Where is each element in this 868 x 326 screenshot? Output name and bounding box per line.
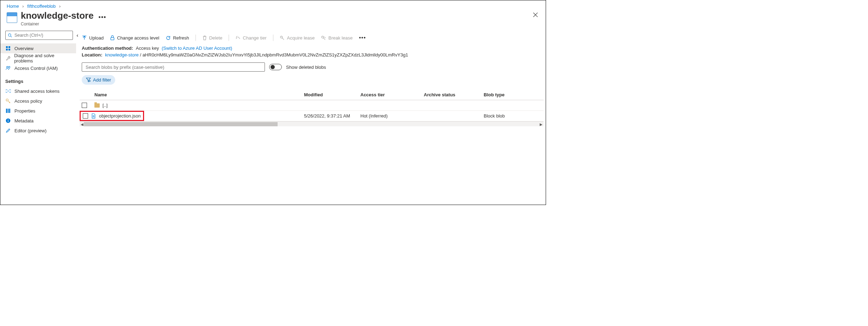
svg-rect-3 xyxy=(8,46,10,48)
cmd-label: Acquire lease xyxy=(287,35,315,41)
svg-rect-2 xyxy=(6,46,8,48)
col-archive-status[interactable]: Archive status xyxy=(424,92,484,97)
breadcrumb-home[interactable]: Home xyxy=(7,4,19,9)
blob-prefix-search-input[interactable] xyxy=(85,64,262,70)
row-checkbox[interactable] xyxy=(83,113,88,119)
svg-point-8 xyxy=(6,99,8,101)
cmd-label: Change tier xyxy=(243,35,266,41)
sidebar-item-label: Editor (preview) xyxy=(14,128,46,133)
svg-rect-5 xyxy=(8,49,10,50)
show-deleted-label: Show deleted blobs xyxy=(286,65,326,70)
header-more-menu[interactable]: ••• xyxy=(99,14,106,21)
sidebar-item-access-policy[interactable]: Access policy xyxy=(0,96,76,106)
col-name[interactable]: Name xyxy=(94,92,304,97)
sidebar-item-metadata[interactable]: Metadata xyxy=(0,116,76,126)
lease-icon xyxy=(280,35,285,40)
upload-icon xyxy=(82,35,87,41)
commandbar-more-button[interactable]: ••• xyxy=(359,35,366,41)
separator xyxy=(229,35,229,41)
upload-button[interactable]: Upload xyxy=(82,35,104,41)
file-icon xyxy=(91,113,96,119)
table-row-parent-dir[interactable]: [..] xyxy=(80,100,544,111)
change-tier-button: Change tier xyxy=(235,35,266,41)
auth-value: Access key xyxy=(135,46,159,51)
overview-icon xyxy=(5,46,11,51)
properties-icon xyxy=(5,108,11,113)
location-label: Location: xyxy=(82,52,103,58)
svg-rect-11 xyxy=(9,109,10,113)
tier-icon xyxy=(235,35,241,40)
breadcrumb: Home › fifthcoffeeblob › xyxy=(0,0,546,10)
blob-name[interactable]: objectprojection.json xyxy=(99,113,141,119)
cmd-label: Refresh xyxy=(173,35,189,41)
refresh-icon xyxy=(166,35,171,41)
row-checkbox[interactable] xyxy=(82,103,87,108)
sidebar-search[interactable] xyxy=(5,31,73,40)
breadcrumb-sep: › xyxy=(57,4,63,9)
separator xyxy=(196,35,196,41)
sidebar-item-label: Overview xyxy=(14,46,33,51)
link-icon xyxy=(5,89,11,93)
sidebar-item-diagnose[interactable]: Diagnose and solve problems xyxy=(0,53,76,63)
cmd-label: Upload xyxy=(89,35,104,41)
break-lease-icon xyxy=(321,35,326,40)
svg-point-7 xyxy=(8,66,10,68)
sidebar-item-shared-access-tokens[interactable]: Shared access tokens xyxy=(0,86,76,96)
sidebar-item-label: Diagnose and solve problems xyxy=(14,53,71,64)
sidebar-item-editor[interactable]: Editor (preview) xyxy=(0,126,76,135)
sidebar-item-overview[interactable]: Overview xyxy=(0,43,76,53)
svg-rect-13 xyxy=(8,120,8,122)
acquire-lease-button: Acquire lease xyxy=(280,35,315,41)
auth-label: Authentication method: xyxy=(82,46,133,51)
sidebar-search-input[interactable] xyxy=(12,32,70,38)
sidebar-item-label: Shared access tokens xyxy=(14,89,60,94)
delete-button: Delete xyxy=(202,35,223,41)
cmd-label: Change access level xyxy=(117,35,159,41)
change-access-level-button[interactable]: Change access level xyxy=(110,35,159,41)
sidebar-item-iam[interactable]: Access Control (IAM) xyxy=(0,63,76,73)
sidebar-heading-settings: Settings xyxy=(0,73,76,86)
scrollbar-thumb[interactable] xyxy=(84,122,278,126)
lock-icon xyxy=(110,35,115,41)
blob-prefix-search[interactable] xyxy=(82,62,265,72)
filter-icon xyxy=(86,78,91,82)
horizontal-scrollbar[interactable]: ◀ ▶ xyxy=(80,121,544,126)
table-row[interactable]: objectprojection.json 5/26/2022, 9:37:21… xyxy=(80,111,544,121)
svg-rect-4 xyxy=(6,49,8,50)
svg-point-0 xyxy=(8,34,11,36)
sidebar-item-label: Metadata xyxy=(14,118,33,123)
sidebar-item-label: Properties xyxy=(14,108,35,114)
svg-point-14 xyxy=(8,119,8,120)
blob-tier: Hot (Inferred) xyxy=(360,113,424,119)
sidebar-item-properties[interactable]: Properties xyxy=(0,106,76,116)
col-access-tier[interactable]: Access tier xyxy=(360,92,424,97)
page-subtitle: Container xyxy=(21,22,94,26)
info-icon xyxy=(5,118,11,123)
container-icon xyxy=(7,12,17,23)
folder-icon xyxy=(94,103,100,108)
blob-modified: 5/26/2022, 9:37:21 AM xyxy=(304,113,360,119)
search-icon xyxy=(8,33,12,38)
location-container[interactable]: knowledge-store xyxy=(104,52,138,58)
people-icon xyxy=(5,66,11,71)
breadcrumb-parent[interactable]: fifthcoffeeblob xyxy=(27,4,56,9)
close-button[interactable] xyxy=(533,12,538,17)
refresh-button[interactable]: Refresh xyxy=(166,35,189,41)
svg-rect-9 xyxy=(6,109,7,113)
switch-auth-link[interactable]: (Switch to Azure AD User Account) xyxy=(160,46,232,51)
scroll-right-arrow[interactable]: ▶ xyxy=(539,122,544,127)
cmd-label: Break lease xyxy=(328,35,353,41)
blob-type: Block blob xyxy=(484,113,544,119)
add-filter-label: Add filter xyxy=(93,77,111,83)
breadcrumb-sep: › xyxy=(20,4,26,9)
svg-line-1 xyxy=(11,36,12,37)
parent-dir-name[interactable]: [..] xyxy=(103,103,107,108)
cmd-label: Delete xyxy=(209,35,223,41)
add-filter-button[interactable]: Add filter xyxy=(82,75,115,85)
col-modified[interactable]: Modified xyxy=(304,92,360,97)
separator xyxy=(273,35,273,41)
col-blob-type[interactable]: Blob type xyxy=(484,92,544,97)
svg-rect-15 xyxy=(111,37,114,40)
sidebar-item-label: Access Control (IAM) xyxy=(14,66,58,71)
show-deleted-toggle[interactable] xyxy=(269,64,282,70)
